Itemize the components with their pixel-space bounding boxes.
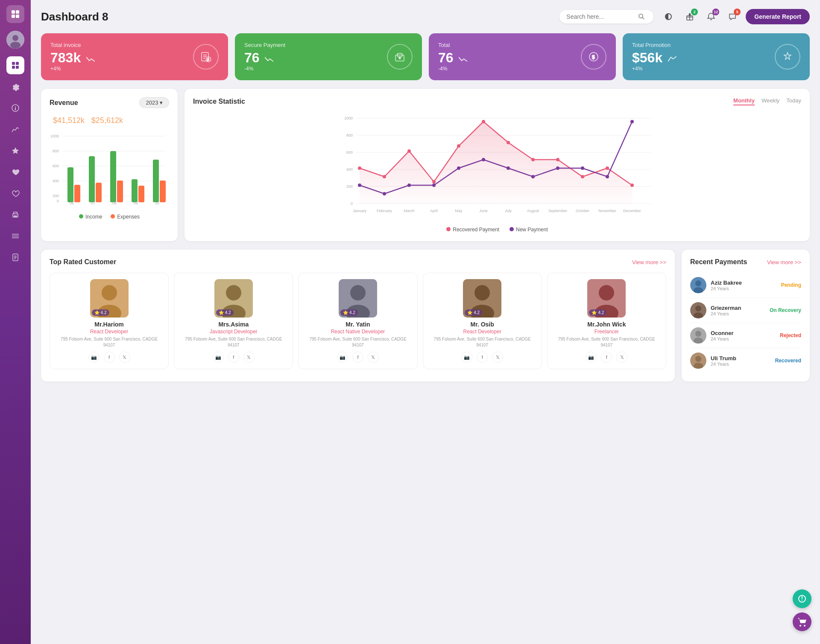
trend-down-icon-3 (459, 55, 467, 62)
svg-point-24 (639, 14, 643, 18)
svg-text:200: 200 (53, 194, 59, 198)
sidebar-item-analytics[interactable] (6, 120, 24, 138)
svg-line-25 (642, 17, 644, 19)
sidebar-item-menu[interactable] (6, 227, 24, 245)
facebook-icon-4[interactable]: f (477, 352, 488, 363)
customers-header: Top Rated Customer View more >> (50, 258, 666, 266)
support-float-btn[interactable] (793, 589, 811, 608)
svg-point-128 (599, 285, 614, 300)
facebook-icon-3[interactable]: f (352, 352, 363, 363)
twitter-icon-4[interactable]: 𝕏 (492, 352, 503, 363)
customer-social-4: 📷 f 𝕏 (428, 352, 537, 363)
customer-role-2: Javascript Developer (179, 329, 288, 335)
tab-weekly[interactable]: Weekly (761, 97, 779, 105)
sidebar-item-print[interactable] (6, 206, 24, 224)
sidebar-item-favorites[interactable] (6, 142, 24, 160)
instagram-icon-5[interactable]: 📷 (586, 352, 597, 363)
svg-point-80 (383, 175, 386, 178)
year-selector-btn[interactable]: 2023 ▾ (139, 97, 169, 108)
cart-float-btn[interactable] (793, 612, 811, 631)
svg-rect-55 (110, 151, 116, 202)
svg-point-81 (407, 149, 411, 153)
chat-icon-btn[interactable]: 5 (724, 9, 741, 25)
svg-text:April: April (430, 209, 438, 213)
svg-rect-18 (12, 236, 19, 236)
twitter-icon-5[interactable]: 𝕏 (616, 352, 627, 363)
twitter-icon-2[interactable]: 𝕏 (243, 352, 255, 363)
twitter-icon-3[interactable]: 𝕏 (368, 352, 379, 363)
svg-marker-14 (12, 147, 19, 154)
revenue-header: Revenue 2023 ▾ (50, 97, 169, 108)
sidebar-item-settings[interactable] (6, 78, 24, 96)
customer-card-5: ⭐ 4.2 Mr.John Wick Freelancer 795 Folsom… (547, 273, 666, 369)
stat-label-total-promotion: Total Promotion (632, 42, 676, 48)
svg-text:09: 09 (134, 201, 138, 205)
bell-icon-btn[interactable]: 12 (703, 9, 719, 25)
trend-down-icon (86, 55, 95, 62)
tab-today[interactable]: Today (786, 97, 801, 105)
payment-item-1: Aziz Bakree 24 Years Pending (690, 273, 801, 298)
svg-text:400: 400 (53, 179, 59, 183)
stat-change-total: -4% (438, 66, 467, 72)
svg-text:400: 400 (346, 167, 353, 172)
sidebar-item-likes[interactable] (6, 163, 24, 181)
payments-view-more[interactable]: View more >> (767, 259, 801, 265)
payment-status-2: On Recovery (770, 307, 801, 313)
svg-text:June: June (479, 209, 488, 213)
twitter-icon-1[interactable]: 𝕏 (119, 352, 130, 363)
payment-status-3: Rejected (780, 332, 801, 338)
payment-status-1: Pending (781, 282, 801, 288)
svg-rect-9 (12, 66, 15, 69)
svg-text:800: 800 (346, 133, 353, 137)
instagram-icon-1[interactable]: 📷 (88, 352, 100, 363)
search-box[interactable] (559, 10, 653, 23)
svg-text:600: 600 (346, 150, 353, 154)
svg-point-119 (226, 285, 241, 300)
payment-age-2: 24 Years (711, 311, 765, 316)
customer-name-4: Mr. Osib (428, 321, 537, 328)
stat-value-total-invoice: 783k (50, 50, 95, 66)
sidebar-item-dashboard[interactable] (6, 56, 24, 74)
svg-text:0: 0 (57, 199, 59, 203)
svg-point-99 (556, 166, 559, 170)
svg-point-82 (432, 180, 436, 184)
instagram-icon-2[interactable]: 📷 (213, 352, 224, 363)
svg-point-131 (695, 280, 701, 286)
customer-name-2: Mrs.Asima (179, 321, 288, 328)
customer-address-1: 795 Folsom Ave, Suite 600 San Francisco,… (54, 336, 164, 348)
svg-text:10: 10 (155, 201, 159, 205)
svg-text:January: January (353, 209, 367, 213)
chat-badge: 5 (734, 9, 741, 15)
facebook-icon-2[interactable]: f (228, 352, 239, 363)
svg-point-134 (695, 306, 701, 312)
svg-point-101 (606, 175, 609, 178)
sidebar-logo[interactable] (6, 5, 24, 23)
facebook-icon-1[interactable]: f (104, 352, 115, 363)
stat-icon-total: $ (581, 44, 606, 70)
sidebar-item-docs[interactable] (6, 248, 24, 266)
search-input[interactable] (566, 13, 635, 20)
sidebar-item-info[interactable] (6, 99, 24, 117)
sidebar-item-bookmarks[interactable] (6, 184, 24, 202)
instagram-icon-3[interactable]: 📷 (337, 352, 348, 363)
gift-icon-btn[interactable]: 2 (682, 9, 698, 25)
customer-avatar-4: ⭐ 4.2 (463, 279, 501, 318)
customers-view-more[interactable]: View more >> (632, 259, 666, 265)
payment-name-1: Aziz Bakree (711, 280, 777, 286)
avatar[interactable] (6, 31, 24, 49)
tab-monthly[interactable]: Monthly (733, 97, 755, 105)
payment-avatar-2 (690, 302, 706, 318)
svg-point-122 (350, 285, 366, 300)
generate-report-button[interactable]: Generate Report (746, 9, 810, 24)
bottom-row: Top Rated Customer View more >> ⭐ 4.2 Mr… (41, 250, 810, 382)
facebook-icon-5[interactable]: f (601, 352, 612, 363)
svg-text:07: 07 (91, 201, 95, 205)
payment-info-3: Oconner 24 Years (711, 330, 776, 341)
customers-grid: ⭐ 4.2 Mr.Hariom React Developer 795 Fols… (50, 273, 666, 369)
svg-text:May: May (455, 209, 463, 213)
stat-label-secure-payment: Secure Payment (244, 42, 285, 48)
invoice-tabs: Monthly Weekly Today (733, 97, 801, 105)
theme-toggle-btn[interactable] (660, 9, 676, 25)
instagram-icon-4[interactable]: 📷 (461, 352, 472, 363)
svg-rect-57 (132, 179, 138, 202)
